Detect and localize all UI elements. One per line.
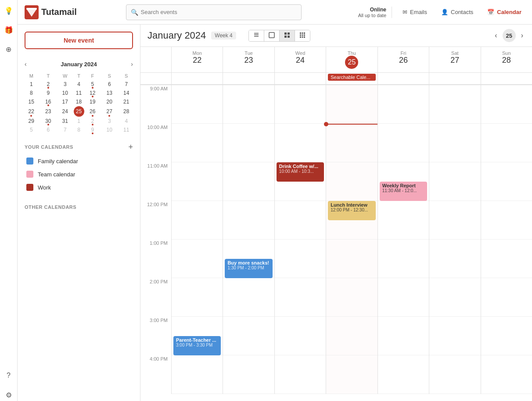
mini-cal-day[interactable]: 30 (40, 117, 57, 125)
mini-cal-day[interactable]: 15 (23, 97, 40, 106)
slot-thu-9[interactable] (326, 85, 377, 124)
mini-cal-prev[interactable]: ‹ (23, 60, 29, 68)
help-icon[interactable]: ? (3, 369, 15, 382)
slot-mon-9[interactable] (172, 85, 223, 124)
slot-fri-1[interactable] (378, 240, 429, 278)
mini-cal-day[interactable]: 8 (23, 89, 40, 97)
mini-cal-day[interactable]: 3 (57, 80, 74, 89)
slot-tue-4[interactable] (223, 355, 274, 394)
drink-coffee-event[interactable]: Drink Coffee w/... 10:00 AM - 10:3... (277, 162, 324, 182)
calendar-item-family[interactable]: Family calendar ··· (25, 154, 133, 168)
slot-tue-10[interactable] (223, 124, 274, 162)
slot-sat-2[interactable] (429, 278, 480, 317)
calendar-item-team[interactable]: Team calendar ··· (25, 168, 133, 181)
mini-cal-day[interactable]: 28 (118, 106, 135, 117)
mini-cal-day[interactable]: 21 (118, 97, 135, 106)
mini-cal-day[interactable]: 18 (74, 97, 84, 106)
slot-fri-10[interactable] (378, 124, 429, 162)
mini-cal-day[interactable]: 5 (84, 80, 101, 89)
mini-cal-day[interactable]: 9 (40, 89, 57, 97)
month-view-button[interactable] (295, 30, 310, 41)
day-col-wed[interactable]: Drink Coffee w/... 10:00 AM - 10:3... (274, 85, 326, 394)
mini-cal-day[interactable]: 1 (23, 80, 40, 89)
mini-cal-day[interactable]: 2 (84, 117, 101, 125)
slot-wed-9[interactable] (275, 85, 326, 124)
slot-sun-10[interactable] (481, 124, 532, 162)
day-col-sat[interactable] (429, 85, 480, 394)
slot-thu-2[interactable] (326, 278, 377, 317)
mini-cal-day[interactable]: 19 (84, 97, 101, 106)
parent-teacher-event[interactable]: Parent-Teacher ... 3:00 PM - 3:30 PM (173, 336, 221, 355)
nav-emails[interactable]: ✉ Emails (399, 7, 431, 17)
mini-cal-day[interactable]: 6 (101, 80, 118, 89)
slot-sat-9[interactable] (429, 85, 480, 124)
slot-tue-11[interactable] (223, 162, 274, 201)
weekly-report-event[interactable]: Weekly Report 11:30 AM - 12:0... (380, 182, 427, 201)
mini-cal-day[interactable]: 11 (118, 125, 135, 134)
mini-cal-day[interactable]: 31 (57, 117, 74, 125)
settings-icon[interactable]: ⚙ (3, 389, 15, 401)
nav-calendar[interactable]: 📅 Calendar (484, 7, 525, 17)
day-col-mon[interactable]: Parent-Teacher ... 3:00 PM - 3:30 PM (171, 85, 223, 394)
mini-cal-day[interactable]: 7 (57, 125, 74, 134)
mini-cal-day[interactable]: 26 (84, 106, 101, 117)
prev-week-button[interactable]: ‹ (493, 30, 499, 41)
slot-thu-4[interactable] (326, 355, 377, 394)
slot-sun-11[interactable] (481, 162, 532, 201)
next-week-button[interactable]: › (519, 30, 525, 41)
mini-cal-day[interactable]: 13 (101, 89, 118, 97)
day-view-button[interactable] (264, 30, 280, 41)
mini-cal-day[interactable]: 11 (74, 89, 84, 97)
slot-wed-3[interactable] (275, 317, 326, 355)
list-view-button[interactable] (249, 30, 264, 41)
mini-cal-day[interactable]: 24 (57, 106, 74, 117)
nav-contacts[interactable]: 👤 Contacts (438, 7, 477, 17)
calendar-item-work[interactable]: Work ··· (25, 181, 133, 194)
mini-cal-day[interactable]: 10 (57, 89, 74, 97)
slot-fri-9[interactable] (378, 85, 429, 124)
gift-icon[interactable]: 🎁 (3, 24, 15, 36)
slot-thu-11[interactable] (326, 162, 377, 201)
search-input[interactable] (141, 9, 297, 15)
mini-cal-day[interactable]: 7 (118, 80, 135, 89)
mini-cal-day[interactable]: 27 (101, 106, 118, 117)
slot-sat-4[interactable] (429, 355, 480, 394)
slot-sun-4[interactable] (481, 355, 532, 394)
mini-cal-day[interactable]: 14 (118, 89, 135, 97)
mini-cal-day[interactable]: 20 (101, 97, 118, 106)
day-col-thu[interactable]: Lunch Interview 12:00 PM - 12:30... (326, 85, 377, 394)
searchable-calendar-event[interactable]: Searchable Cale... (328, 74, 375, 81)
mini-cal-day[interactable]: 29 (23, 117, 40, 125)
mini-cal-day[interactable]: 2 (40, 80, 57, 89)
mini-cal-day[interactable]: 9 (84, 125, 101, 134)
slot-sat-11[interactable] (429, 162, 480, 201)
search-bar[interactable]: 🔍 (126, 4, 302, 20)
slot-mon-12[interactable] (172, 201, 223, 240)
slot-thu-1[interactable] (326, 240, 377, 278)
mini-cal-day[interactable]: 5 (23, 125, 40, 134)
add-calendar-button[interactable]: + (128, 143, 133, 151)
mini-cal-day[interactable]: 17 (57, 97, 74, 106)
slot-sun-1[interactable] (481, 240, 532, 278)
slot-fri-2[interactable] (378, 278, 429, 317)
slot-sun-3[interactable] (481, 317, 532, 355)
slot-fri-4[interactable] (378, 355, 429, 394)
slot-sat-10[interactable] (429, 124, 480, 162)
mini-cal-day[interactable]: 16 (40, 97, 57, 106)
week-view-button[interactable] (280, 30, 295, 41)
day-col-fri[interactable]: Weekly Report 11:30 AM - 12:0... (377, 85, 429, 394)
mini-cal-day[interactable]: 4 (118, 117, 135, 125)
slot-fri-3[interactable] (378, 317, 429, 355)
mini-cal-day[interactable]: 12 (84, 89, 101, 97)
slot-sat-12[interactable] (429, 201, 480, 240)
slot-thu-3[interactable] (326, 317, 377, 355)
mini-cal-day[interactable]: 8 (74, 125, 84, 134)
mini-cal-day[interactable]: 23 (40, 106, 57, 117)
mini-cal-day[interactable]: 10 (101, 125, 118, 134)
slot-sun-12[interactable] (481, 201, 532, 240)
mini-cal-day[interactable]: 25 (74, 106, 84, 117)
lunch-interview-event[interactable]: Lunch Interview 12:00 PM - 12:30... (328, 201, 375, 220)
allday-thu[interactable]: Searchable Cale... (326, 73, 377, 84)
slot-sun-9[interactable] (481, 85, 532, 124)
new-event-button[interactable]: New event (25, 32, 133, 49)
